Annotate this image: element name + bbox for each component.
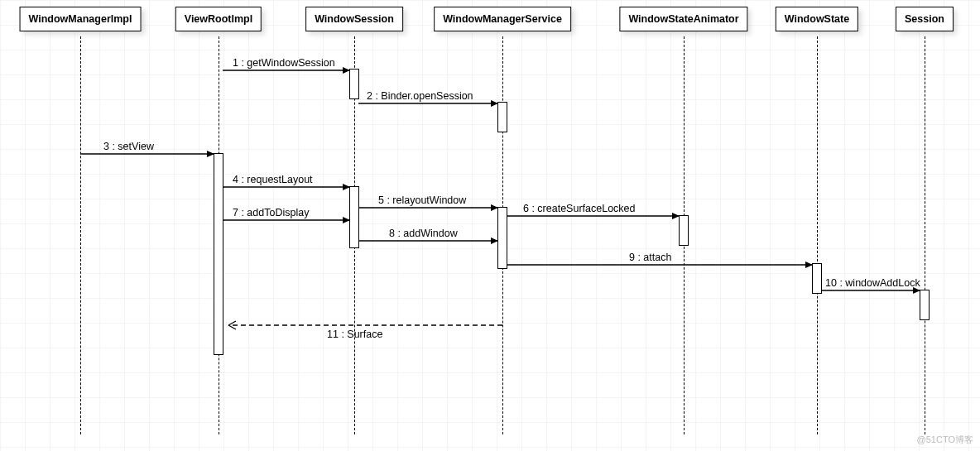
- message-label: 5 : relayoutWindow: [378, 194, 466, 206]
- svg-marker-15: [491, 237, 498, 244]
- arrows-layer: [0, 0, 980, 451]
- svg-marker-11: [672, 213, 680, 219]
- message-label: 4 : requestLayout: [233, 174, 313, 185]
- svg-marker-5: [207, 151, 214, 157]
- svg-marker-13: [343, 217, 350, 223]
- svg-marker-9: [491, 204, 498, 211]
- message-label: 9 : attach: [629, 252, 671, 263]
- svg-marker-3: [491, 100, 498, 107]
- svg-line-21: [228, 321, 236, 325]
- message-label: 6 : createSurfaceLocked: [523, 203, 636, 214]
- svg-marker-17: [805, 261, 813, 268]
- svg-line-22: [228, 325, 236, 329]
- svg-marker-7: [343, 184, 350, 190]
- message-label: 1 : getWindowSession: [233, 57, 335, 69]
- message-label: 8 : addWindow: [389, 228, 458, 239]
- message-label: 10 : windowAddLock: [825, 277, 920, 289]
- watermark: @51CTO博客: [917, 434, 973, 446]
- message-label: 7 : addToDisplay: [233, 207, 309, 218]
- svg-marker-1: [343, 67, 350, 74]
- message-label: 3 : setView: [103, 141, 154, 152]
- message-label: 2 : Binder.openSession: [367, 90, 473, 102]
- message-label: 11 : Surface: [327, 329, 382, 340]
